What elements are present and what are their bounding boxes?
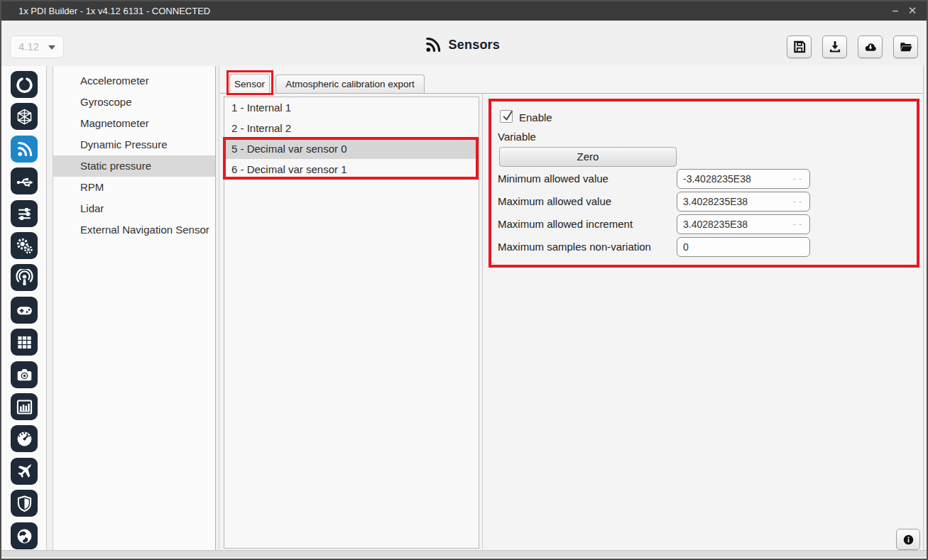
tab-sensor[interactable]: Sensor (229, 74, 270, 94)
download-icon (828, 40, 842, 54)
version-dropdown[interactable]: 4.12 (10, 35, 64, 58)
info-button[interactable] (896, 529, 920, 550)
sidebar-item-magnetometer[interactable]: Magnetometer (53, 113, 215, 134)
maximum-allowed-value-label: Maximum allowed value (498, 192, 611, 212)
sidebar-item-broadcast[interactable] (11, 264, 38, 291)
info-icon (902, 534, 915, 546)
signal-sensors-icon (16, 141, 33, 158)
list-item-decimal-var-sensor-0[interactable]: 5 - Decimal var sensor 0 (224, 138, 479, 159)
tab-atmospheric-calibration-export[interactable]: Atmospheric calibration export (275, 75, 425, 93)
cloud-download-button[interactable] (858, 35, 883, 58)
sidebar-item-settings[interactable] (11, 232, 38, 259)
gauge-icon (16, 430, 33, 448)
sidebar-item-gauge[interactable] (11, 425, 38, 452)
podcast-icon (16, 269, 33, 287)
cloud-download-icon (863, 40, 878, 54)
minimum-allowed-value-label: Minimum allowed value (498, 169, 608, 189)
close-button[interactable]: ✕ (904, 1, 921, 21)
zero-variable-button[interactable]: Zero (499, 147, 677, 167)
sidebar-item-sensors[interactable] (11, 136, 38, 163)
sidebar-item-matrix[interactable] (11, 329, 38, 356)
sidebar-item-safety[interactable] (11, 490, 38, 517)
spinner-buttons: -- (790, 214, 808, 234)
sensor-nav-panel: Accelerometer Gyroscope Magnetometer Dyn… (53, 66, 216, 550)
panel-divider (219, 66, 219, 550)
sidebar-item-accelerometer[interactable]: Accelerometer (53, 70, 215, 92)
sidebar-item-world[interactable] (11, 522, 38, 549)
enable-label: Enable (519, 111, 552, 123)
signal-sensors-icon (424, 36, 442, 54)
open-folder-icon (899, 40, 913, 54)
version-dropdown-value: 4.12 (18, 40, 39, 53)
download-button[interactable] (822, 35, 847, 58)
variable-label: Variable (498, 131, 536, 143)
save-button[interactable] (787, 35, 812, 58)
sidebar-item-camera[interactable] (11, 361, 38, 388)
hexagon-mesh-icon (16, 108, 33, 126)
usb-icon (16, 172, 33, 190)
check-icon (501, 109, 514, 123)
sidebar-item-rpm[interactable]: RPM (53, 177, 215, 198)
open-file-button[interactable] (893, 35, 918, 58)
top-toolbar: 4.12 Sensors (1, 21, 927, 66)
title-bar: 1x PDI Builder - 1x v4.12 6131 - CONNECT… (1, 1, 927, 21)
sidebar-item-gyroscope[interactable]: Gyroscope (53, 92, 215, 113)
minimize-button[interactable]: – (887, 1, 904, 21)
camera-icon (16, 366, 33, 384)
sliders-icon (16, 205, 33, 223)
chevron-down-icon (48, 45, 55, 50)
page-title: Sensors (449, 38, 500, 53)
sidebar-item-flight[interactable] (11, 458, 38, 485)
maximum-samples-non-variation-input[interactable] (677, 237, 810, 257)
app-window: 1x PDI Builder - 1x v4.12 6131 - CONNECT… (0, 0, 928, 560)
sidebar-item-static-pressure[interactable]: Static pressure (53, 155, 215, 177)
sensor-list: 1 - Internal 1 2 - Internal 2 5 - Decima… (224, 97, 479, 549)
airplane-icon (16, 463, 33, 481)
sidebar-item-statistics[interactable] (11, 393, 38, 420)
sidebar-item-mesh[interactable] (11, 103, 38, 130)
gamepad-icon (16, 302, 33, 319)
sidebar-item-dynamic-pressure[interactable]: Dynamic Pressure (53, 134, 215, 155)
list-item-internal-2[interactable]: 2 - Internal 2 (224, 118, 479, 138)
panel-divider (923, 66, 924, 550)
shield-icon (16, 495, 33, 512)
maximum-samples-non-variation-label: Maximum samples non-variation (498, 237, 651, 257)
enable-checkbox[interactable] (500, 110, 513, 123)
sidebar-item-usb[interactable] (11, 168, 38, 194)
page-heading: Sensors (424, 36, 500, 54)
save-icon (792, 40, 807, 54)
horizontal-scrollbar[interactable] (1, 550, 927, 557)
sidebar-item-lidar[interactable]: Lidar (53, 198, 215, 219)
list-item-internal-1[interactable]: 1 - Internal 1 (224, 97, 479, 118)
window-title: 1x PDI Builder - 1x v4.12 6131 - CONNECT… (18, 1, 210, 21)
maximum-allowed-increment-label: Maximum allowed increment (498, 214, 633, 234)
gears-icon (16, 237, 33, 255)
sidebar-item-external-navigation-sensor[interactable]: External Navigation Sensor (53, 219, 215, 241)
list-item-decimal-var-sensor-1[interactable]: 6 - Decimal var sensor 1 (224, 159, 479, 180)
spinner-buttons: -- (790, 192, 808, 212)
power-icon (16, 76, 33, 94)
globe-icon (16, 527, 33, 545)
panel-divider (482, 94, 483, 549)
bar-chart-icon (16, 398, 33, 416)
sidebar-item-power[interactable] (11, 71, 38, 98)
spinner-buttons: -- (790, 169, 808, 189)
sidebar-item-joystick[interactable] (11, 297, 38, 324)
grid-icon (16, 334, 33, 351)
tabbar-underline (220, 93, 924, 94)
sidebar-item-sliders[interactable] (11, 200, 38, 227)
